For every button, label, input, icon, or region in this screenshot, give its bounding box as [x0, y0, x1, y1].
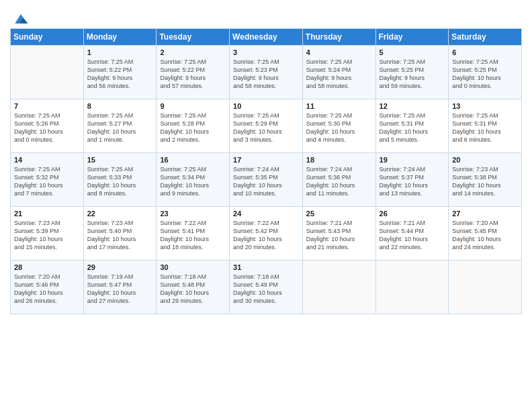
- calendar-cell: 5Sunrise: 7:25 AMSunset: 5:25 PMDaylight…: [375, 46, 449, 99]
- day-number: 10: [233, 102, 299, 110]
- day-number: 24: [233, 210, 299, 218]
- day-number: 28: [14, 263, 80, 271]
- calendar-week-1: 1Sunrise: 7:25 AMSunset: 5:22 PMDaylight…: [11, 46, 522, 99]
- header-monday: Monday: [83, 29, 157, 46]
- page-container: SundayMondayTuesdayWednesdayThursdayFrid…: [0, 0, 532, 321]
- day-info: Sunrise: 7:22 AMSunset: 5:42 PMDaylight:…: [233, 219, 299, 252]
- calendar-week-2: 7Sunrise: 7:25 AMSunset: 5:26 PMDaylight…: [11, 99, 522, 153]
- calendar-cell: 13Sunrise: 7:25 AMSunset: 5:31 PMDayligh…: [449, 99, 522, 153]
- day-info: Sunrise: 7:25 AMSunset: 5:33 PMDaylight:…: [87, 165, 153, 198]
- calendar-cell: 6Sunrise: 7:25 AMSunset: 5:25 PMDaylight…: [449, 46, 522, 99]
- calendar-week-5: 28Sunrise: 7:20 AMSunset: 5:46 PMDayligh…: [11, 261, 522, 314]
- calendar-cell: 8Sunrise: 7:25 AMSunset: 5:27 PMDaylight…: [83, 99, 157, 153]
- header-friday: Friday: [375, 29, 449, 46]
- calendar-cell: 22Sunrise: 7:23 AMSunset: 5:40 PMDayligh…: [83, 207, 157, 261]
- header-sunday: Sunday: [11, 29, 84, 46]
- day-info: Sunrise: 7:25 AMSunset: 5:27 PMDaylight:…: [87, 111, 153, 144]
- page-header: [10, 7, 522, 26]
- day-info: Sunrise: 7:25 AMSunset: 5:31 PMDaylight:…: [380, 111, 445, 144]
- calendar-cell: 20Sunrise: 7:23 AMSunset: 5:38 PMDayligh…: [449, 153, 522, 207]
- day-number: 13: [452, 102, 518, 110]
- day-info: Sunrise: 7:25 AMSunset: 5:24 PMDaylight:…: [306, 58, 372, 91]
- calendar-cell: 12Sunrise: 7:25 AMSunset: 5:31 PMDayligh…: [375, 99, 449, 153]
- calendar-week-3: 14Sunrise: 7:25 AMSunset: 5:32 PMDayligh…: [11, 153, 522, 207]
- header-wednesday: Wednesday: [230, 29, 303, 46]
- calendar-cell: 16Sunrise: 7:25 AMSunset: 5:34 PMDayligh…: [157, 153, 230, 207]
- day-number: 31: [233, 263, 299, 271]
- day-number: 11: [306, 102, 372, 110]
- day-number: 14: [14, 156, 80, 164]
- day-info: Sunrise: 7:23 AMSunset: 5:39 PMDaylight:…: [14, 219, 80, 252]
- calendar-cell: 25Sunrise: 7:21 AMSunset: 5:43 PMDayligh…: [302, 207, 375, 261]
- day-number: 15: [87, 156, 153, 164]
- calendar-cell: 21Sunrise: 7:23 AMSunset: 5:39 PMDayligh…: [11, 207, 84, 261]
- day-info: Sunrise: 7:25 AMSunset: 5:30 PMDaylight:…: [306, 111, 372, 144]
- calendar-header-row: SundayMondayTuesdayWednesdayThursdayFrid…: [11, 29, 522, 46]
- calendar-cell: 1Sunrise: 7:25 AMSunset: 5:22 PMDaylight…: [83, 46, 157, 99]
- header-saturday: Saturday: [449, 29, 522, 46]
- day-number: 20: [452, 156, 518, 164]
- calendar-cell: 19Sunrise: 7:24 AMSunset: 5:37 PMDayligh…: [375, 153, 449, 207]
- day-number: 30: [160, 263, 226, 271]
- day-info: Sunrise: 7:25 AMSunset: 5:32 PMDaylight:…: [14, 165, 80, 198]
- day-number: 25: [306, 210, 372, 218]
- day-info: Sunrise: 7:23 AMSunset: 5:40 PMDaylight:…: [87, 219, 153, 252]
- day-number: 12: [380, 102, 445, 110]
- calendar-cell: 15Sunrise: 7:25 AMSunset: 5:33 PMDayligh…: [83, 153, 157, 207]
- day-info: Sunrise: 7:24 AMSunset: 5:35 PMDaylight:…: [233, 165, 299, 198]
- day-number: 16: [160, 156, 226, 164]
- calendar-cell: [302, 261, 375, 314]
- day-info: Sunrise: 7:25 AMSunset: 5:22 PMDaylight:…: [87, 58, 153, 91]
- day-info: Sunrise: 7:21 AMSunset: 5:43 PMDaylight:…: [306, 219, 372, 252]
- day-number: 6: [452, 48, 518, 56]
- day-number: 22: [87, 210, 153, 218]
- calendar-cell: 23Sunrise: 7:22 AMSunset: 5:41 PMDayligh…: [157, 207, 230, 261]
- day-info: Sunrise: 7:25 AMSunset: 5:34 PMDaylight:…: [160, 165, 226, 198]
- day-info: Sunrise: 7:25 AMSunset: 5:25 PMDaylight:…: [380, 58, 445, 91]
- day-info: Sunrise: 7:22 AMSunset: 5:41 PMDaylight:…: [160, 219, 226, 252]
- calendar-cell: 4Sunrise: 7:25 AMSunset: 5:24 PMDaylight…: [302, 46, 375, 99]
- calendar-cell: [375, 261, 449, 314]
- calendar-cell: 30Sunrise: 7:18 AMSunset: 5:48 PMDayligh…: [157, 261, 230, 314]
- day-number: 8: [87, 102, 153, 110]
- logo: [10, 9, 30, 26]
- day-number: 19: [380, 156, 445, 164]
- day-number: 29: [87, 263, 153, 271]
- day-number: 17: [233, 156, 299, 164]
- calendar-cell: 11Sunrise: 7:25 AMSunset: 5:30 PMDayligh…: [302, 99, 375, 153]
- calendar-cell: 3Sunrise: 7:25 AMSunset: 5:23 PMDaylight…: [230, 46, 303, 99]
- day-number: 1: [87, 48, 153, 56]
- calendar-cell: 31Sunrise: 7:18 AMSunset: 5:49 PMDayligh…: [230, 261, 303, 314]
- day-number: 26: [380, 210, 445, 218]
- day-number: 4: [306, 48, 372, 56]
- day-info: Sunrise: 7:20 AMSunset: 5:46 PMDaylight:…: [14, 273, 80, 306]
- day-info: Sunrise: 7:25 AMSunset: 5:31 PMDaylight:…: [452, 111, 518, 144]
- calendar-cell: 7Sunrise: 7:25 AMSunset: 5:26 PMDaylight…: [11, 99, 84, 153]
- day-number: 3: [233, 48, 299, 56]
- day-info: Sunrise: 7:24 AMSunset: 5:37 PMDaylight:…: [380, 165, 445, 198]
- calendar-cell: 2Sunrise: 7:25 AMSunset: 5:22 PMDaylight…: [157, 46, 230, 99]
- calendar-cell: [11, 46, 84, 99]
- calendar-cell: 10Sunrise: 7:25 AMSunset: 5:29 PMDayligh…: [230, 99, 303, 153]
- day-number: 2: [160, 48, 226, 56]
- day-info: Sunrise: 7:25 AMSunset: 5:23 PMDaylight:…: [233, 58, 299, 91]
- header-tuesday: Tuesday: [157, 29, 230, 46]
- day-number: 18: [306, 156, 372, 164]
- calendar-table: SundayMondayTuesdayWednesdayThursdayFrid…: [10, 28, 522, 314]
- day-number: 7: [14, 102, 80, 110]
- day-info: Sunrise: 7:18 AMSunset: 5:49 PMDaylight:…: [233, 273, 299, 306]
- calendar-cell: 18Sunrise: 7:24 AMSunset: 5:36 PMDayligh…: [302, 153, 375, 207]
- logo-icon: [11, 9, 30, 28]
- day-info: Sunrise: 7:18 AMSunset: 5:48 PMDaylight:…: [160, 273, 226, 306]
- day-info: Sunrise: 7:24 AMSunset: 5:36 PMDaylight:…: [306, 165, 372, 198]
- calendar-cell: 27Sunrise: 7:20 AMSunset: 5:45 PMDayligh…: [449, 207, 522, 261]
- day-info: Sunrise: 7:20 AMSunset: 5:45 PMDaylight:…: [452, 219, 518, 252]
- day-number: 9: [160, 102, 226, 110]
- header-thursday: Thursday: [302, 29, 375, 46]
- calendar-cell: 28Sunrise: 7:20 AMSunset: 5:46 PMDayligh…: [11, 261, 84, 314]
- day-number: 5: [380, 48, 445, 56]
- day-info: Sunrise: 7:23 AMSunset: 5:38 PMDaylight:…: [452, 165, 518, 198]
- calendar-cell: 26Sunrise: 7:21 AMSunset: 5:44 PMDayligh…: [375, 207, 449, 261]
- day-info: Sunrise: 7:25 AMSunset: 5:25 PMDaylight:…: [452, 58, 518, 91]
- day-info: Sunrise: 7:25 AMSunset: 5:26 PMDaylight:…: [14, 111, 80, 144]
